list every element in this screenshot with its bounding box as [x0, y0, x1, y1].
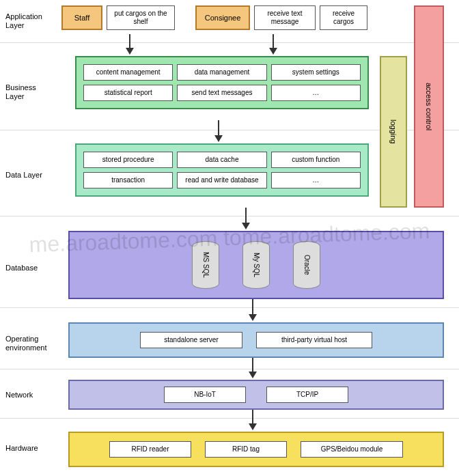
arrow-line: [252, 410, 253, 423]
business-send-text: send text messages: [177, 85, 266, 101]
hw-rfid-tag: RFID tag: [205, 441, 287, 458]
data-more: …: [271, 172, 361, 188]
access-panel: access control: [414, 5, 444, 208]
consignee-action1: receive text message: [254, 5, 316, 30]
data-panel: stored procedure data cache custom funct…: [75, 143, 369, 197]
label-database: Database: [5, 264, 57, 272]
arrow-line: [129, 34, 130, 48]
arrow-line: [218, 120, 219, 135]
db-oracle: Oracle: [293, 241, 320, 289]
database-panel: MS SQL My SQL Oracle: [68, 231, 444, 299]
business-stat-report: statistical report: [83, 85, 173, 101]
data-rw-database: read and write database: [177, 172, 266, 188]
label-hardware: Hardware: [5, 444, 57, 453]
staff-action: put cargos on the shelf: [107, 5, 175, 30]
arrow-head: [242, 223, 250, 229]
logging-label: logging: [389, 120, 398, 143]
arrow-head: [249, 372, 257, 378]
divider: [0, 42, 459, 43]
logging-panel: logging: [380, 56, 407, 208]
consignee-action2: receive cargos: [320, 5, 367, 30]
business-content-mgmt: content management: [83, 64, 173, 81]
arrow-line: [252, 358, 253, 372]
data-custom-fn: custom function: [271, 152, 361, 168]
business-sys-settings: system settings: [271, 64, 361, 81]
arrow-head: [249, 314, 257, 321]
access-label: access control: [425, 83, 433, 130]
openv-thirdparty: third-party virtual host: [256, 332, 372, 348]
openv-panel: standalone server third-party virtual ho…: [68, 322, 444, 358]
data-transaction: transaction: [83, 172, 173, 188]
openv-standalone: standalone server: [140, 332, 242, 348]
db-mssql: MS SQL: [192, 241, 219, 289]
network-panel: NB-IoT TCP/IP: [68, 380, 444, 410]
arrow-line: [273, 34, 274, 48]
label-data: Data Layer: [5, 171, 57, 180]
arrow-head: [249, 423, 257, 430]
business-more: …: [271, 85, 361, 101]
label-network: Network: [5, 391, 57, 400]
arrow-head: [126, 48, 134, 55]
arrow-line: [252, 299, 253, 314]
hw-rfid-reader: RFID reader: [109, 441, 191, 458]
network-nbiot: NB-IoT: [164, 387, 246, 403]
hw-gps-beidou: GPS/Beidou module: [301, 441, 403, 458]
divider: [0, 369, 459, 369]
actor-consignee: Consignee: [195, 5, 250, 30]
divider: [0, 418, 459, 419]
actor-staff: Staff: [61, 5, 102, 30]
data-cache: data cache: [177, 152, 266, 168]
divider: [0, 216, 459, 216]
business-data-mgmt: data management: [177, 64, 266, 81]
arrow-head: [269, 48, 277, 55]
data-stored-proc: stored procedure: [83, 152, 173, 168]
divider: [0, 307, 459, 308]
application-row: Staff put cargos on the shelf Consignee …: [61, 5, 367, 30]
network-tcpip: TCP/IP: [266, 387, 348, 403]
label-business: Business Layer: [5, 83, 57, 101]
arrow-head: [214, 135, 223, 142]
db-mysql: My SQL: [242, 241, 270, 289]
hardware-panel: RFID reader RFID tag GPS/Beidou module: [68, 432, 444, 467]
arrow-line: [245, 208, 247, 223]
label-openv: Operating environment: [5, 335, 57, 352]
label-application: Application Layer: [5, 12, 57, 30]
business-panel: content management data management syste…: [75, 56, 369, 109]
